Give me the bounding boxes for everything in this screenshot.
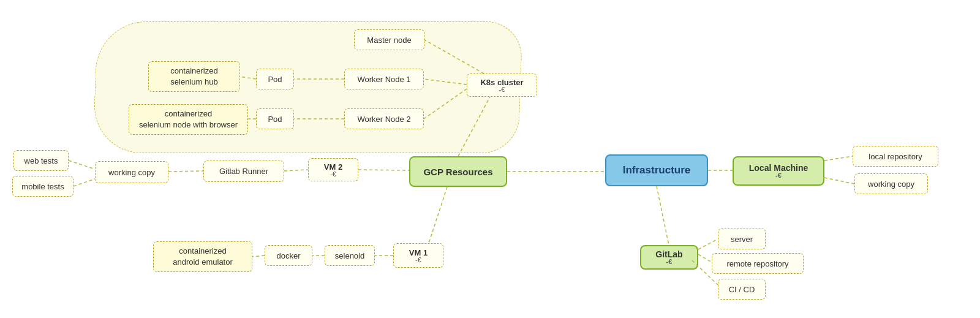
master-node-node: Master node	[354, 29, 424, 50]
svg-line-21	[657, 186, 669, 245]
svg-line-2	[168, 171, 203, 172]
svg-line-20	[252, 256, 265, 257]
svg-line-4	[358, 170, 409, 170]
web-tests-node: web tests	[13, 150, 69, 171]
svg-line-17	[429, 187, 447, 243]
gcp-resources-node: GCP Resources	[409, 156, 507, 187]
mobile-tests-node: mobile tests	[12, 176, 74, 197]
cont-selenium-node-node: containerizedselenium node with browser	[129, 104, 248, 135]
vm2-node: VM 2 -€	[308, 158, 358, 181]
working-copy-left-node: working copy	[95, 161, 168, 183]
svg-line-8	[824, 178, 854, 184]
pod1-node: Pod	[256, 69, 294, 89]
gitlab-runner-node: Gitlab Runner	[203, 161, 284, 182]
cont-android-node: containerizedandroid emulator	[153, 241, 252, 272]
k8s-cluster-node: K8s cluster -€	[467, 74, 537, 97]
remote-repo-node: remote repository	[712, 253, 804, 274]
local-machine-node: Local Machine -€	[733, 156, 824, 186]
svg-line-7	[824, 156, 853, 161]
worker-node1-node: Worker Node 1	[344, 69, 424, 89]
svg-line-3	[284, 170, 308, 171]
working-copy-right-node: working copy	[854, 173, 928, 194]
cont-selenium-hub-node: containerizedselenium hub	[148, 61, 240, 92]
svg-line-22	[698, 239, 718, 249]
svg-line-23	[698, 254, 712, 262]
selenoid-node: selenoid	[325, 245, 375, 266]
server-node: server	[718, 229, 766, 249]
svg-line-0	[69, 161, 95, 169]
ci-cd-node: CI / CD	[718, 279, 766, 300]
infrastructure-node: Infrastructure	[605, 154, 708, 186]
vm1-node: VM 1 -€	[393, 243, 443, 268]
pod2-node: Pod	[256, 108, 294, 129]
local-repo-node: local repository	[853, 146, 938, 167]
gitlab-node: GitLab -€	[640, 245, 698, 270]
worker-node2-node: Worker Node 2	[344, 108, 424, 129]
svg-line-1	[74, 179, 95, 186]
docker-node: docker	[265, 245, 312, 266]
